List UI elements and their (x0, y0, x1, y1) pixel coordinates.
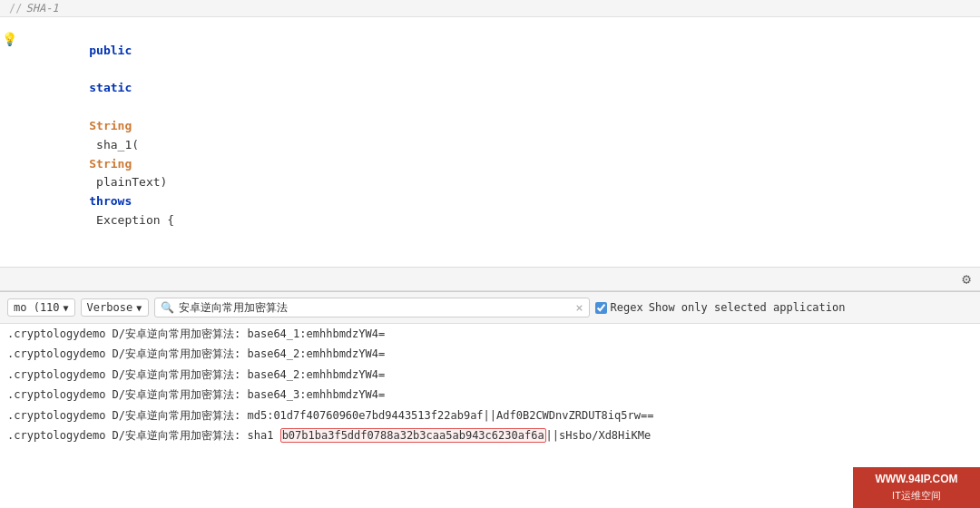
watermark-url: WWW.94IP.COM (875, 471, 957, 488)
kw-static: static (89, 81, 132, 94)
settings-row: ⚙ (0, 268, 980, 291)
log-line-3: .cryptologydemo D/安卓逆向常用加密算法: base64_2:e… (0, 365, 980, 385)
search-icon: 🔍 (161, 301, 174, 314)
search-bar: 🔍 × (154, 298, 590, 318)
code-file-label: SHA-1 (25, 2, 58, 15)
clear-icon[interactable]: × (575, 300, 583, 315)
main-container: // SHA-1 💡 public static String sha_1( S… (0, 0, 980, 508)
code-editor: // SHA-1 💡 public static String sha_1( S… (0, 0, 980, 268)
log-line-1-text: .cryptologydemo D/安卓逆向常用加密算法: base64_1:e… (7, 327, 385, 340)
log-line-6: .cryptologydemo D/安卓逆向常用加密算法: sha1 b07b1… (0, 425, 980, 445)
code-comment-marker: // (9, 2, 22, 15)
regex-section: Regex (595, 301, 643, 314)
kw-string: String (89, 119, 132, 132)
verbose-dropdown[interactable]: Verbose ▼ (81, 298, 149, 317)
logcat-output: .cryptologydemo D/安卓逆向常用加密算法: base64_1:e… (0, 324, 980, 508)
log-line-1: .cryptologydemo D/安卓逆向常用加密算法: base64_1:e… (0, 324, 980, 344)
log-line-5: .cryptologydemo D/安卓逆向常用加密算法: md5:01d7f4… (0, 405, 980, 425)
device-dropdown[interactable]: mo (110 ▼ (7, 298, 75, 317)
code-header: // SHA-1 (0, 0, 980, 17)
show-selected-label: Show only selected application (649, 301, 846, 314)
code-line-2: MessageDigest sha1 = MessageDigest.getIn… (0, 249, 980, 268)
regex-label: Regex (611, 301, 643, 314)
device-chevron-icon: ▼ (64, 303, 69, 313)
kw-string2: String (89, 157, 132, 171)
bottom-section: ⚙ mo (110 ▼ Verbose ▼ 🔍 × Reg (0, 268, 980, 508)
device-label: mo (110 (14, 301, 60, 314)
search-input[interactable] (179, 301, 576, 314)
log-line-6-after: ||sHsbo/Xd8HiKMe (546, 429, 652, 442)
bulb-icon[interactable]: 💡 (2, 29, 17, 49)
log-line-4-text: .cryptologydemo D/安卓逆向常用加密算法: base64_3:e… (7, 388, 385, 401)
line-1-content: public static String sha_1( String plain… (7, 23, 174, 249)
kw-public: public (89, 44, 132, 57)
settings-gear-icon[interactable]: ⚙ (962, 270, 971, 288)
log-line-3-text: .cryptologydemo D/安卓逆向常用加密算法: base64_2:e… (7, 368, 385, 381)
log-line-6-before: .cryptologydemo D/安卓逆向常用加密算法: sha1 (7, 429, 280, 442)
log-line-6-highlight: b07b1ba3f5ddf0788a32b3caa5ab943c6230af6a (280, 428, 546, 443)
log-line-5-text: .cryptologydemo D/安卓逆向常用加密算法: md5:01d7f4… (7, 409, 653, 422)
kw-throws: throws (89, 194, 132, 208)
verbose-chevron-icon: ▼ (136, 303, 142, 313)
log-line-2-text: .cryptologydemo D/安卓逆向常用加密算法: base64_2:e… (7, 347, 385, 360)
regex-checkbox[interactable] (595, 302, 607, 314)
verbose-label: Verbose (87, 301, 133, 314)
code-lines: 💡 public static String sha_1( String pla… (0, 17, 980, 268)
watermark: WWW.94IP.COM IT运维空间 (853, 467, 980, 508)
log-line-2: .cryptologydemo D/安卓逆向常用加密算法: base64_2:e… (0, 344, 980, 364)
logcat-toolbar: mo (110 ▼ Verbose ▼ 🔍 × Regex Show only … (0, 291, 980, 324)
code-line-1: public static String sha_1( String plain… (0, 23, 980, 249)
line-2-content: MessageDigest sha1 = MessageDigest.getIn… (7, 249, 519, 268)
log-line-4: .cryptologydemo D/安卓逆向常用加密算法: base64_3:e… (0, 385, 980, 405)
watermark-label: IT运维空间 (892, 488, 941, 504)
